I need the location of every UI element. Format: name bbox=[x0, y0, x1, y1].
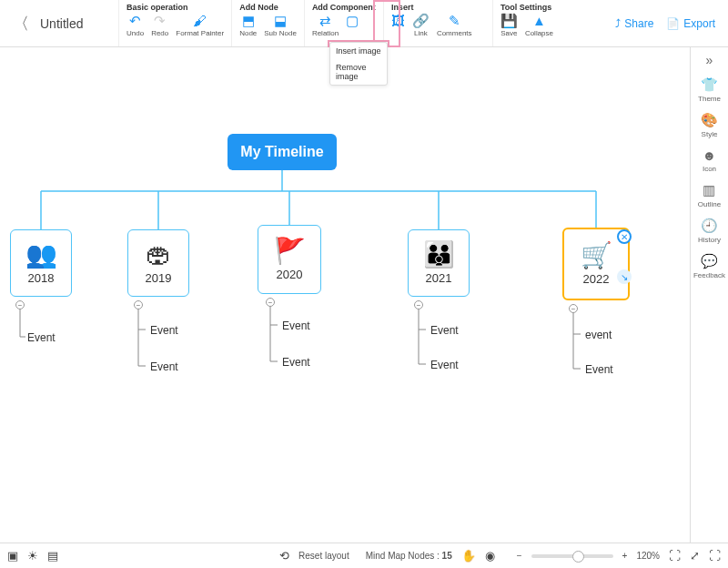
collapse-button[interactable]: ▲Collapse bbox=[525, 14, 553, 37]
node-2018[interactable]: 👥 2018 bbox=[10, 229, 72, 297]
group-addcomp-label: Add Component bbox=[312, 3, 376, 12]
group-add-node: Add Node ⬒Node ⬓Sub Node bbox=[231, 0, 304, 46]
document-title[interactable]: Untitled bbox=[40, 16, 83, 31]
group-basic-label: Basic operation bbox=[126, 3, 224, 12]
insert-dropdown: Insert image Remove image bbox=[329, 42, 388, 86]
node-year: 2018 bbox=[28, 271, 55, 285]
right-sidebar: » 👕Theme 🎨Style ☻Icon ▥Outline 🕘History … bbox=[690, 47, 728, 543]
component2-button[interactable]: ▢ bbox=[346, 14, 359, 37]
share-button[interactable]: ⤴Share bbox=[615, 17, 653, 30]
hand-tool-icon[interactable]: ✋ bbox=[461, 549, 476, 563]
node-year: 2021 bbox=[426, 271, 452, 285]
top-toolbar: 〈 Untitled Basic operation ↶Undo ↷Redo 🖌… bbox=[0, 0, 728, 47]
flag-steps-icon: 🚩 bbox=[274, 238, 306, 264]
group-basic: Basic operation ↶Undo ↷Redo 🖌Format Pain… bbox=[118, 0, 231, 46]
reset-layout-label[interactable]: Reset layout bbox=[298, 551, 349, 561]
view-mode2-icon[interactable]: ☀ bbox=[27, 549, 38, 563]
save-button[interactable]: 💾Save bbox=[500, 14, 518, 37]
sidebar-outline[interactable]: ▥Outline bbox=[698, 182, 721, 208]
event-label[interactable]: Event bbox=[430, 324, 459, 337]
eye-icon[interactable]: ◉ bbox=[485, 549, 495, 563]
chat-icon: 💬 bbox=[701, 253, 718, 269]
zoom-in-button[interactable]: + bbox=[622, 551, 628, 561]
link-node-icon[interactable]: ↘ bbox=[617, 269, 632, 284]
node-year: 2022 bbox=[583, 272, 610, 286]
expand-icon[interactable]: ⤢ bbox=[690, 549, 700, 563]
sidebar-style[interactable]: 🎨Style bbox=[701, 112, 718, 138]
node-2020[interactable]: 🚩 2020 bbox=[258, 225, 321, 294]
node-year: 2019 bbox=[146, 271, 172, 285]
delete-node-icon[interactable]: ✕ bbox=[617, 229, 632, 244]
event-label[interactable]: Event bbox=[150, 324, 178, 337]
sidebar-history[interactable]: 🕘History bbox=[698, 218, 721, 244]
view-mode3-icon[interactable]: ▤ bbox=[47, 549, 58, 563]
event-label[interactable]: Event bbox=[585, 363, 613, 376]
group-addnode-label: Add Node bbox=[239, 3, 297, 12]
stage-icon: 🏟 bbox=[146, 242, 171, 268]
share-icon: ⤴ bbox=[615, 17, 621, 30]
node-year: 2020 bbox=[277, 268, 303, 281]
undo-button[interactable]: ↶Undo bbox=[126, 14, 144, 37]
sidebar-theme[interactable]: 👕Theme bbox=[698, 76, 721, 103]
zoom-slider[interactable] bbox=[531, 554, 613, 558]
zoom-level: 120% bbox=[636, 551, 660, 561]
node-2021[interactable]: 👪 2021 bbox=[408, 229, 470, 297]
event-label[interactable]: Event bbox=[282, 320, 310, 332]
relation-button[interactable]: ⇄Relation bbox=[312, 14, 339, 37]
event-label[interactable]: Event bbox=[150, 360, 178, 373]
sidebar-feedback[interactable]: 💬Feedback bbox=[693, 253, 725, 279]
menu-remove-image[interactable]: Remove image bbox=[330, 59, 387, 85]
group-insert: Insert 🖼 🔗Link ✎Comments bbox=[383, 0, 492, 46]
event-label[interactable]: Event bbox=[282, 356, 310, 369]
layout-icon: ▥ bbox=[703, 182, 715, 198]
export-icon: 📄 bbox=[666, 17, 680, 30]
group-insert-label: Insert bbox=[391, 3, 485, 12]
face-icon: ☻ bbox=[703, 147, 717, 163]
palette-icon: 🎨 bbox=[701, 112, 718, 128]
zoom-out-button[interactable]: − bbox=[517, 551, 522, 561]
sidebar-icon[interactable]: ☻Icon bbox=[703, 147, 717, 173]
status-bar: ▣ ☀ ▤ ⟲ Reset layout Mind Map Nodes : 15… bbox=[0, 543, 728, 568]
insert-comments-button[interactable]: ✎Comments bbox=[437, 14, 472, 37]
event-label[interactable]: event bbox=[585, 329, 612, 341]
format-painter-button[interactable]: 🖌Format Painter bbox=[176, 14, 224, 37]
view-mode1-icon[interactable]: ▣ bbox=[7, 549, 18, 563]
back-icon[interactable]: 〈 bbox=[13, 13, 29, 35]
menu-insert-image[interactable]: Insert image bbox=[330, 43, 387, 59]
cart-icon: 🛒 bbox=[581, 243, 612, 269]
collapse-toggle[interactable]: − bbox=[15, 300, 25, 309]
insert-image-button[interactable]: 🖼 bbox=[391, 14, 405, 37]
insert-link-button[interactable]: 🔗Link bbox=[412, 14, 430, 37]
node-count-label: Mind Map Nodes : 15 bbox=[366, 551, 452, 561]
clock-icon: 🕘 bbox=[701, 218, 718, 234]
node-2019[interactable]: 🏟 2019 bbox=[127, 229, 189, 297]
tshirt-icon: 👕 bbox=[701, 76, 718, 93]
export-button[interactable]: 📄Export bbox=[666, 17, 715, 30]
event-label[interactable]: Event bbox=[27, 331, 56, 344]
collapse-sidebar-icon[interactable]: » bbox=[706, 53, 713, 67]
redo-button[interactable]: ↷Redo bbox=[151, 14, 168, 37]
group-tools-label: Tool Settings bbox=[500, 3, 553, 12]
group-add-component: Add Component ⇄Relation ▢ bbox=[304, 0, 383, 46]
collapse-toggle[interactable]: − bbox=[134, 300, 143, 309]
event-label[interactable]: Event bbox=[430, 359, 459, 371]
add-subnode-button[interactable]: ⬓Sub Node bbox=[264, 14, 297, 37]
fullscreen-icon[interactable]: ⛶ bbox=[709, 549, 721, 563]
mindmap-canvas[interactable]: My Timeline 👥 2018 − Event 🏟 2019 − Even… bbox=[0, 47, 690, 543]
family-icon: 👪 bbox=[423, 242, 455, 268]
collapse-toggle[interactable]: − bbox=[569, 304, 578, 313]
fit-screen-icon[interactable]: ⛶ bbox=[669, 549, 681, 563]
group-tool-settings: Tool Settings 💾Save ▲Collapse bbox=[492, 0, 561, 46]
collapse-toggle[interactable]: − bbox=[414, 300, 423, 309]
add-node-button[interactable]: ⬒Node bbox=[239, 14, 257, 37]
people-icon: 👥 bbox=[25, 242, 57, 268]
reset-layout-icon[interactable]: ⟲ bbox=[279, 549, 289, 563]
collapse-toggle[interactable]: − bbox=[266, 298, 275, 307]
root-node[interactable]: My Timeline bbox=[228, 134, 337, 170]
